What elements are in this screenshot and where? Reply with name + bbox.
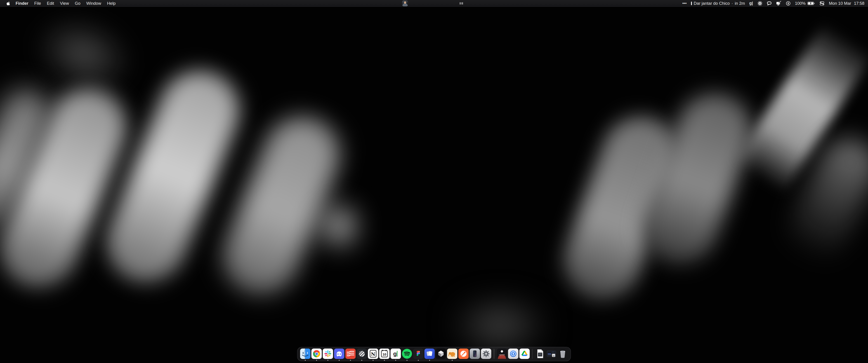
apple-menu[interactable] [4,1,13,6]
menu-bar-avatar-item[interactable] [402,0,408,7]
menu-bar-clock[interactable]: Mon 10 Mar 17:58 [829,1,864,6]
dock-item-discord[interactable] [334,349,344,359]
wallpaper-shape [1,0,166,125]
menu-file[interactable]: File [31,1,44,6]
menu-edit[interactable]: Edit [44,1,57,6]
running-indicator [362,360,362,361]
system-settings-icon [481,349,491,359]
dock-item-document-file[interactable] [535,349,546,359]
onepassword-menu-item[interactable] [786,1,791,6]
dock-separator [532,349,532,359]
dock-item-cube-app[interactable] [436,349,446,359]
granola-icon: g [391,349,401,359]
running-indicator [429,360,430,361]
menu-app-name[interactable]: Finder [13,1,31,6]
dock-item-google-drive[interactable] [519,349,530,359]
spotify-icon [402,349,412,359]
dock-item-trash[interactable] [558,349,568,359]
downloads-stack-icon: 11 [546,349,557,359]
raycast-icon: raycast [497,349,507,359]
dock-item-postman[interactable] [458,349,469,359]
todoist-icon [345,349,356,359]
dock-item-raycast[interactable]: raycast [497,349,507,359]
event-color-bar-icon [691,2,692,5]
dock-item-linear[interactable] [357,349,367,359]
svg-text:10: 10 [382,352,386,356]
dock-item-chrome[interactable] [311,349,322,359]
dock-item-iphone-mirroring[interactable] [470,349,480,359]
running-indicator [316,360,317,361]
menu-bar-left: Finder FileEditViewGoWindowHelp [4,1,119,6]
dock-item-todoist[interactable] [345,349,356,359]
dock-item-spotify[interactable] [402,349,412,359]
wallpaper-shape [307,190,371,262]
elephant-app-icon [447,349,458,359]
speech-bubble-icon [767,1,772,6]
cube-app-icon [436,349,446,359]
battery-percent: 100% [795,1,806,6]
running-indicator [395,360,396,361]
wallpaper-shape [780,130,868,268]
dock-item-elephant-app[interactable] [447,349,458,359]
svg-text:11: 11 [553,355,555,357]
chrome-icon [311,349,322,359]
sunburst-gear-icon [757,1,763,6]
dock-item-notion[interactable]: N [368,349,378,359]
battery-charging-icon [807,2,815,5]
dock-item-system-settings[interactable] [481,349,491,359]
desktop[interactable] [0,0,868,363]
wallpaper-shape [632,83,763,274]
menu-bar-levels-item[interactable] [460,0,463,7]
granola-menu-item[interactable]: g| [749,1,753,6]
date-text: Mon 10 Mar [829,1,851,6]
menu-bar-menus: FileEditViewGoWindowHelp [31,1,119,6]
iphone-mirroring-icon [470,349,480,359]
running-indicator [452,360,453,361]
finder-icon [300,349,311,359]
menu-help[interactable]: Help [104,1,119,6]
dock-item-downloads-stack[interactable]: 11 [546,349,557,359]
svg-text:raycast: raycast [499,354,505,356]
wallpaper-shape [0,77,138,298]
chat-bubble-menu-item[interactable] [767,1,772,6]
display-menu-item[interactable] [776,1,781,6]
wallpaper-shape [0,82,57,234]
linear-icon [357,349,367,359]
dock-item-cards-app[interactable] [425,349,435,359]
discord-icon [334,349,344,359]
overflow-ellipsis-button[interactable]: ••• [682,1,686,6]
menu-window[interactable]: Window [84,1,104,6]
granola-icon: g| [749,1,753,6]
svg-text:g: g [393,350,397,357]
keyhole-icon [786,1,791,6]
wallpaper-shape [95,59,251,294]
dock-item-finder[interactable] [300,349,311,359]
running-indicator [418,360,419,361]
user-avatar [402,0,408,6]
event-separator: · [732,1,733,6]
wallpaper-shape [212,106,350,305]
menu-view[interactable]: View [57,1,72,6]
dock-item-notion-calendar[interactable]: 10 [379,349,390,359]
running-indicator [384,360,385,361]
running-indicator [373,360,374,361]
running-indicator [328,360,329,361]
dock-item-granola[interactable]: g [391,349,401,359]
postman-icon [458,349,469,359]
ellipsis-label: ••• [682,1,686,6]
event-countdown: in 2m [735,1,745,6]
control-center-menu-item[interactable] [819,1,825,6]
document-file-icon [535,349,546,359]
dock-item-figma[interactable] [413,349,424,359]
dock: N10graycast11 [297,347,571,361]
menu-go[interactable]: Go [72,1,84,6]
menu-bar-status: ••• Dar jantar do Chico · in 2m g| 100% [682,1,864,6]
sunburst-menu-item[interactable] [757,1,763,6]
dock-item-1password[interactable] [508,349,518,359]
running-indicator [339,360,340,361]
calendar-event-item[interactable]: Dar jantar do Chico · in 2m [691,1,745,6]
slack-icon [323,349,333,359]
battery-menu-item[interactable]: 100% [795,1,815,6]
dock-separator [494,349,494,359]
dock-item-slack[interactable] [323,349,333,359]
